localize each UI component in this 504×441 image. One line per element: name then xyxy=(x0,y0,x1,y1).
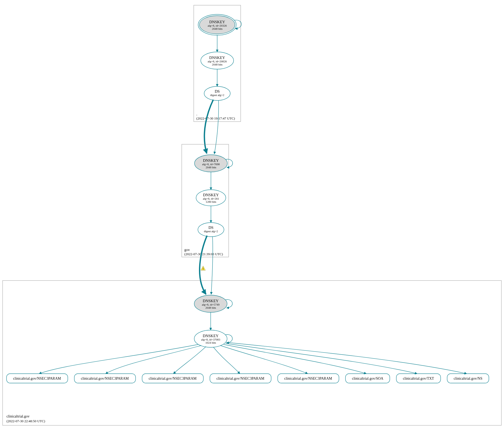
svg-text:clinicaltrial.gov/NSEC3PARAM: clinicaltrial.gov/NSEC3PARAM xyxy=(284,377,332,380)
rrset-2: clinicaltrial.gov/NSEC3PARAM xyxy=(142,347,206,383)
zone-clinicaltrial: clinicaltrial.gov (2022-07-30 22:48:50 U… xyxy=(3,281,501,425)
rrset-group: clinicaltrial.gov/NSEC3PARAM clinicaltri… xyxy=(7,342,489,383)
svg-text:DS: DS xyxy=(208,225,213,230)
zone-gov-timestamp: (2022-07-30 21:39:03 UTC) xyxy=(184,252,223,256)
edge-rootds-to-govksk-thin xyxy=(214,100,218,154)
zone-clinicaltrial-timestamp: (2022-07-30 22:48:50 UTC) xyxy=(7,419,45,423)
svg-text:!: ! xyxy=(203,267,204,271)
svg-text:2048 bits: 2048 bits xyxy=(212,63,223,66)
svg-text:clinicaltrial.gov/TXT: clinicaltrial.gov/TXT xyxy=(403,377,434,380)
svg-text:1024 bits: 1024 bits xyxy=(205,341,216,344)
node-gov-zsk: DNSKEY alg=8, id=261 1280 bits xyxy=(196,190,226,206)
node-root-ksk: DNSKEY alg=8, id=20326 2048 bits xyxy=(198,14,241,35)
svg-text:DNSKEY: DNSKEY xyxy=(209,20,225,24)
warning-icon: ! xyxy=(201,266,205,271)
edge-govds-to-ctksk-thick xyxy=(200,236,207,294)
edge-rootds-to-govksk-thick xyxy=(204,100,213,153)
svg-text:digest alg=2: digest alg=2 xyxy=(204,230,218,233)
node-gov-ds: DS digest alg=2 xyxy=(198,223,224,237)
node-root-zsk: DNSKEY alg=8, id=20826 2048 bits xyxy=(201,52,234,69)
svg-text:alg=8, id=20826: alg=8, id=20826 xyxy=(208,60,227,63)
node-ct-zsk: DNSKEY alg=8, id=37083 1024 bits xyxy=(194,330,232,347)
svg-text:clinicaltrial.gov/SOA: clinicaltrial.gov/SOA xyxy=(352,377,384,380)
svg-text:clinicaltrial.gov/NSEC3PARAM: clinicaltrial.gov/NSEC3PARAM xyxy=(13,377,61,380)
svg-text:DNSKEY: DNSKEY xyxy=(209,56,225,60)
svg-text:alg=8, id=261: alg=8, id=261 xyxy=(203,197,219,200)
svg-text:alg=8, id=20326: alg=8, id=20326 xyxy=(208,24,227,27)
svg-text:DNSKEY: DNSKEY xyxy=(203,158,219,163)
node-ct-ksk: DNSKEY alg=8, id=5749 2048 bits xyxy=(194,295,232,312)
zone-gov: gov (2022-07-30 21:39:03 UTC) DNSKEY alg… xyxy=(182,144,233,257)
svg-text:clinicaltrial.gov/NSEC3PARAM: clinicaltrial.gov/NSEC3PARAM xyxy=(81,377,129,380)
zone-gov-name: gov xyxy=(184,248,190,252)
svg-text:2048 bits: 2048 bits xyxy=(205,306,216,309)
node-root-ds: DS digest alg=2 xyxy=(204,86,230,100)
svg-text:DNSKEY: DNSKEY xyxy=(203,193,219,197)
svg-text:2048 bits: 2048 bits xyxy=(206,166,216,169)
svg-text:clinicaltrial.gov/NSEC3PARAM: clinicaltrial.gov/NSEC3PARAM xyxy=(216,377,264,380)
svg-text:clinicaltrial.gov/NS: clinicaltrial.gov/NS xyxy=(454,377,482,380)
zone-root-name: . xyxy=(196,112,197,116)
svg-text:1280 bits: 1280 bits xyxy=(206,200,216,203)
zone-clinicaltrial-name: clinicaltrial.gov xyxy=(7,414,29,418)
svg-text:digest alg=2: digest alg=2 xyxy=(210,93,224,97)
svg-text:DNSKEY: DNSKEY xyxy=(203,334,219,338)
svg-text:alg=8, id=37083: alg=8, id=37083 xyxy=(201,338,220,341)
edge-govds-to-ctksk-thin xyxy=(211,237,213,294)
svg-text:DS: DS xyxy=(215,89,220,93)
dnssec-graph: . (2022-07-30 19:17:47 UTC) DNSKEY alg=8… xyxy=(0,0,504,441)
rrset-3: clinicaltrial.gov/NSEC3PARAM xyxy=(210,347,271,383)
svg-text:DNSKEY: DNSKEY xyxy=(203,299,219,303)
node-gov-ksk: DNSKEY alg=8, id=7698 2048 bits xyxy=(195,155,233,172)
zone-root-timestamp: (2022-07-30 19:17:47 UTC) xyxy=(196,116,235,120)
zone-root: . (2022-07-30 19:17:47 UTC) DNSKEY alg=8… xyxy=(194,5,241,122)
svg-text:2048 bits: 2048 bits xyxy=(212,27,223,30)
svg-text:alg=8, id=7698: alg=8, id=7698 xyxy=(202,163,220,166)
svg-text:alg=8, id=5749: alg=8, id=5749 xyxy=(202,303,220,306)
svg-text:clinicaltrial.gov/NSEC3PARAM: clinicaltrial.gov/NSEC3PARAM xyxy=(149,377,197,380)
svg-rect-27 xyxy=(3,281,501,425)
